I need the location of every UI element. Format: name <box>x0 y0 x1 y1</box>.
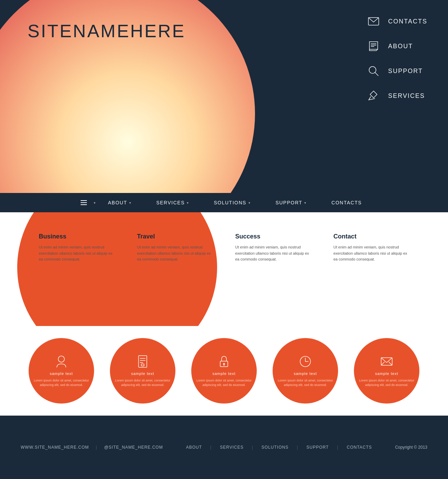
feature-lock-text: Lorem ipsum dolor sit amet, consectetur … <box>191 378 257 388</box>
feature-document-text: Lorem ipsum dolor sit amet, consectetur … <box>110 378 175 388</box>
navbar-item-contacts[interactable]: CONTACTS <box>319 193 374 212</box>
clock-icon <box>298 354 313 369</box>
feature-lock-label: sample text <box>212 371 235 376</box>
svg-rect-12 <box>141 364 144 366</box>
card-text-success: Ut enim ad minim veniam, quis nostrud ex… <box>235 244 311 263</box>
footer-nav-services[interactable]: SERVICES <box>220 445 243 450</box>
features-section: sample text Lorem ipsum dolor sit amet, … <box>0 326 448 416</box>
feature-lock[interactable]: sample text Lorem ipsum dolor sit amet, … <box>191 338 257 404</box>
footer: WWW.SITE_NAME_HERE.COM | @SITE_NAME_HERE… <box>0 416 448 479</box>
lock-icon <box>217 354 231 369</box>
card-text-contact: Ut enim ad minim veniam, quis nostrud ex… <box>334 244 409 263</box>
card-text-business: Ut enim ad minim veniam, quis nostrud ex… <box>39 244 115 263</box>
card-title-business: Business <box>39 233 115 240</box>
feature-head-label: sample text <box>50 371 73 376</box>
content-section: Business Ut enim ad minim veniam, quis n… <box>0 212 448 326</box>
feature-mail-text: Lorem ipsum dolor sit amet, consectetur … <box>354 378 419 388</box>
hero-nav-services[interactable]: SERVICES <box>366 88 427 103</box>
site-logo[interactable]: SITENAMEHERE <box>28 21 185 41</box>
document-icon <box>135 354 150 369</box>
feature-clock[interactable]: sample text Lorem ipsum dolor sit amet, … <box>273 338 338 404</box>
footer-nav-support[interactable]: SUPPORT <box>306 445 329 450</box>
navbar-item-services[interactable]: SERVICES ▾ <box>144 193 201 212</box>
content-card-travel: Travel Ut enim ad minim veniam, quis nos… <box>137 233 213 263</box>
hamburger-menu[interactable] <box>74 200 94 205</box>
content-circle <box>17 212 217 326</box>
hero-nav-about[interactable]: ABOUT <box>366 39 427 54</box>
support-chevron: ▾ <box>304 201 307 205</box>
hero-nav-support[interactable]: SUPPORT <box>366 63 427 79</box>
footer-content: WWW.SITE_NAME_HERE.COM | @SITE_NAME_HERE… <box>0 445 448 450</box>
navbar-item-support[interactable]: SUPPORT ▾ <box>263 193 319 212</box>
content-card-contact: Contact Ut enim ad minim veniam, quis no… <box>334 233 409 263</box>
footer-social[interactable]: @SITE_NAME_HERE.COM <box>104 445 163 450</box>
footer-nav-solutions[interactable]: SOLUTIONS <box>262 445 288 450</box>
hero-nav-about-label: ABOUT <box>388 43 413 50</box>
svg-line-6 <box>375 72 378 76</box>
hero-nav-services-label: SERVICES <box>388 92 425 100</box>
main-navbar: ▾ ABOUT ▾ SERVICES ▾ SOLUTIONS ▾ SUPPORT… <box>0 193 448 212</box>
card-text-travel: Ut enim ad minim veniam, quis nostrud ex… <box>137 244 213 263</box>
feature-head[interactable]: sample text Lorem ipsum dolor sit amet, … <box>29 338 94 404</box>
svg-line-20 <box>381 362 385 365</box>
svg-rect-8 <box>139 356 147 367</box>
hero-nav-contacts-label: CONTACTS <box>388 18 427 25</box>
book-icon <box>366 39 381 54</box>
svg-line-21 <box>389 362 392 365</box>
content-card-success: Success Ut enim ad minim veniam, quis no… <box>235 233 311 263</box>
card-title-travel: Travel <box>137 233 213 240</box>
services-icon <box>366 88 381 103</box>
mail-icon-feature <box>379 354 394 369</box>
footer-divider-1: | <box>96 445 97 450</box>
hero-nav-contacts[interactable]: CONTACTS <box>366 14 427 29</box>
footer-nav-contacts[interactable]: CONTACTS <box>347 445 372 450</box>
search-icon <box>366 63 381 79</box>
feature-mail[interactable]: sample text Lorem ipsum dolor sit amet, … <box>354 338 419 404</box>
feature-mail-label: sample text <box>375 371 398 376</box>
about-chevron: ▾ <box>129 201 132 205</box>
svg-point-14 <box>223 363 225 365</box>
head-icon <box>54 354 69 369</box>
content-cards: Business Ut enim ad minim veniam, quis n… <box>0 233 448 263</box>
feature-clock-text: Lorem ipsum dolor sit amet, consectetur … <box>273 378 338 388</box>
content-card-business: Business Ut enim ad minim veniam, quis n… <box>39 233 115 263</box>
card-title-contact: Contact <box>334 233 409 240</box>
hero-section: SITENAMEHERE CONTACTS ABOUT SUPPORT <box>0 0 448 193</box>
footer-url[interactable]: WWW.SITE_NAME_HERE.COM <box>21 445 89 450</box>
mail-icon <box>366 14 381 29</box>
navbar-item-solutions[interactable]: SOLUTIONS ▾ <box>201 193 263 212</box>
hero-navigation: CONTACTS ABOUT SUPPORT SERVICES <box>366 14 427 103</box>
footer-links: WWW.SITE_NAME_HERE.COM | @SITE_NAME_HERE… <box>21 445 163 450</box>
footer-copyright: Copyright © 2013 <box>395 445 427 450</box>
solutions-chevron: ▾ <box>248 201 251 205</box>
card-title-success: Success <box>235 233 311 240</box>
feature-clock-label: sample text <box>294 371 317 376</box>
footer-nav-about[interactable]: ABOUT <box>186 445 202 450</box>
hero-nav-support-label: SUPPORT <box>388 68 423 75</box>
svg-point-7 <box>58 356 64 362</box>
feature-document-label: sample text <box>131 371 154 376</box>
feature-head-text: Lorem ipsum dolor sit amet, consectetur … <box>29 378 94 388</box>
navbar-item-about[interactable]: ABOUT ▾ <box>95 193 144 212</box>
footer-nav: ABOUT | SERVICES | SOLUTIONS | SUPPORT |… <box>186 445 372 450</box>
feature-document[interactable]: sample text Lorem ipsum dolor sit amet, … <box>110 338 175 404</box>
services-chevron: ▾ <box>187 201 189 205</box>
